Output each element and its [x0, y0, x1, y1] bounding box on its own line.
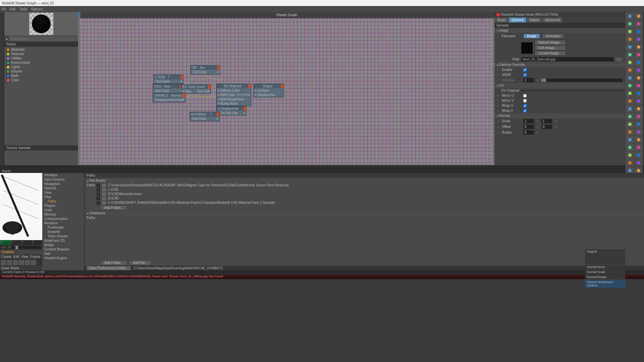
tree-hair[interactable]: Hair — [42, 252, 84, 256]
tree-navigation[interactable]: Navigation — [42, 182, 84, 186]
tool-icon-38[interactable] — [626, 159, 634, 167]
viewport[interactable] — [0, 173, 42, 240]
tree-files[interactable]: Files — [42, 195, 84, 199]
tree-bridge[interactable]: Bridge — [42, 243, 84, 247]
offset-y[interactable]: 0 — [541, 125, 552, 129]
tool-icon-31[interactable] — [634, 128, 643, 136]
image-thumbnail[interactable] — [521, 42, 533, 54]
node-normals[interactable]: ORMALS : Normal M Displacement Vector — [153, 93, 185, 102]
subtab-image[interactable]: Image — [523, 34, 540, 39]
preferences-tree[interactable]: InterfaceInput DevicesNavigationOpenGLVi… — [42, 173, 85, 270]
tree-communication[interactable]: Communication — [42, 217, 84, 221]
category-volume[interactable]: Volume — [6, 69, 76, 74]
reload-image-button[interactable]: Reload Image... — [535, 40, 566, 45]
path-enable-checkbox[interactable]: ✓ — [97, 201, 100, 205]
tree-paths[interactable]: Paths — [42, 199, 84, 203]
gamma-slider[interactable] — [541, 79, 623, 82]
tool-icon-6[interactable] — [626, 36, 634, 43]
tool-icon-13[interactable] — [634, 59, 643, 66]
tree-content-browser[interactable]: Content Browser — [42, 247, 84, 252]
tool-icon-35[interactable] — [634, 144, 643, 151]
add-folder-db-button[interactable]: Add Folder... — [101, 260, 127, 265]
tool-icon-29[interactable] — [634, 121, 643, 128]
tree-plugins[interactable]: Plugins — [42, 203, 84, 208]
subtab-animation[interactable]: Animation — [542, 34, 564, 39]
tree-memory[interactable]: Memory — [42, 212, 84, 217]
uv-channel-field[interactable] — [521, 90, 623, 91]
node-cement[interactable]: ACEMENT : T Out Color — [190, 112, 220, 121]
tool-icon-15[interactable] — [634, 66, 643, 74]
tree-renderer[interactable]: Renderer — [42, 221, 84, 225]
menu-tools[interactable]: Tools — [19, 7, 27, 11]
open-prefs-folder-button[interactable]: Open Preferences Folder... — [87, 266, 131, 270]
tool-icon-4[interactable] — [626, 28, 634, 35]
tree-opengl[interactable]: OpenGL — [42, 186, 84, 190]
tool-icon-24[interactable] — [626, 105, 634, 112]
tool-icon-23[interactable] — [634, 97, 643, 105]
tl-create[interactable]: Create — [1, 255, 11, 259]
tl-frame[interactable]: Frame — [31, 255, 40, 259]
tl-view[interactable]: View — [21, 255, 29, 259]
tab-basic[interactable]: Basic — [494, 17, 508, 23]
add-file-button[interactable]: Add File... — [129, 260, 152, 265]
category-textures[interactable]: Textures — [6, 52, 76, 56]
tree-prorender[interactable]: ProRender — [42, 225, 84, 230]
tree-interface[interactable]: Interface — [42, 173, 84, 177]
tool-icon-33[interactable] — [634, 136, 643, 143]
path-enable-checkbox[interactable]: ✓ — [97, 197, 100, 200]
tab-advanced[interactable]: Advanced — [542, 17, 563, 23]
tool-icon-11[interactable] — [634, 51, 643, 58]
tool-icon-7[interactable] — [634, 36, 643, 43]
tree-bodypaint-3d[interactable]: BodyPaint 3D — [42, 238, 84, 243]
tool-icon-1[interactable] — [634, 12, 643, 20]
file-assets-group[interactable]: File Assets — [85, 178, 644, 183]
menu-file[interactable]: Fil — [2, 7, 6, 11]
wrap-u-checkbox[interactable] — [523, 104, 527, 107]
mirror-v-checkbox[interactable] — [523, 99, 527, 102]
tool-icon-18[interactable] — [626, 82, 634, 89]
timeline-ruler[interactable]: 0246 — [0, 240, 42, 245]
timeline-icons[interactable] — [0, 259, 42, 266]
tool-icon-21[interactable] — [634, 90, 643, 97]
path-row[interactable]: Paths✓C:\Users\David\Desktop\BRACES ACAD… — [85, 183, 644, 187]
path-field[interactable]: wool_01_Specular.jpg — [521, 57, 614, 61]
tool-icon-26[interactable] — [626, 113, 634, 120]
current-frame[interactable]: 0 F — [1, 246, 7, 249]
tool-icon-16[interactable] — [626, 74, 634, 82]
tree-input-devices[interactable]: Input Devices — [42, 177, 84, 182]
tool-icon-19[interactable] — [634, 82, 643, 89]
tool-icon-34[interactable] — [626, 144, 634, 151]
tree-redshift[interactable]: Redshift — [42, 230, 84, 234]
tool-icon-28[interactable] — [626, 121, 634, 128]
group-uv[interactable]: UV — [494, 83, 625, 88]
node-color-invert[interactable]: RS Color Invert InpuOut Color — [181, 84, 211, 94]
tree-team-render[interactable]: Team Render — [42, 234, 84, 238]
tool-icon-36[interactable] — [626, 151, 634, 159]
tool-icon-10[interactable] — [626, 51, 634, 58]
srgb-checkbox[interactable] — [523, 73, 527, 77]
node-or-tex[interactable]: OR : Tex Out Color — [190, 65, 220, 75]
node-oss[interactable]: OSS : Text Out Color — [153, 84, 183, 93]
category-color[interactable]: Color — [6, 78, 76, 82]
tool-icon-14[interactable] — [626, 66, 634, 74]
tool-icon-30[interactable] — [626, 128, 634, 136]
group-remap[interactable]: Remap — [494, 113, 625, 118]
wrap-v-checkbox[interactable] — [523, 109, 527, 112]
category-environment[interactable]: Environment — [6, 60, 76, 65]
group-gamma[interactable]: Gamma Override — [494, 62, 625, 67]
tree-units[interactable]: Units — [42, 208, 84, 212]
add-folder-button[interactable]: Add Folder... — [101, 205, 127, 210]
tool-icon-2[interactable] — [626, 20, 634, 28]
tool-icon-37[interactable] — [634, 151, 643, 159]
tool-icon-12[interactable] — [626, 59, 634, 66]
scale-x[interactable]: 1 — [523, 119, 534, 123]
tool-icon-20[interactable] — [626, 90, 634, 97]
tool-icon-3[interactable] — [634, 20, 643, 28]
enable-checkbox[interactable] — [523, 68, 527, 72]
path-enable-checkbox[interactable]: ✓ — [97, 188, 100, 191]
tool-icon-39[interactable] — [634, 159, 643, 167]
left-toolbar[interactable] — [0, 12, 4, 165]
category-materials[interactable]: Materials — [6, 47, 76, 52]
menu-options[interactable]: Options — [31, 7, 43, 11]
node-output[interactable]: Output Surface Displaceme — [254, 84, 284, 97]
